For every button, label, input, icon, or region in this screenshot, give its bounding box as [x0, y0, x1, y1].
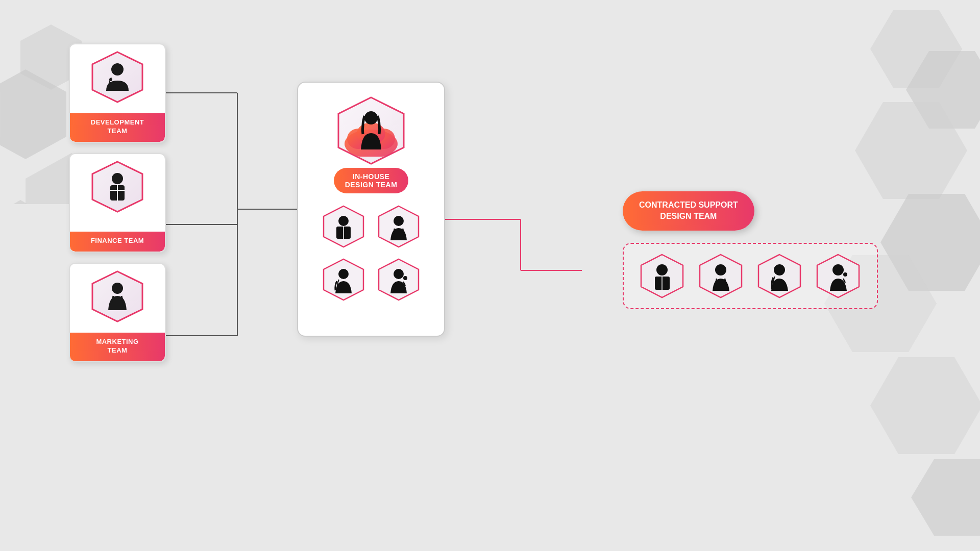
contracted-label-line1: CONTRACTED SUPPORT [639, 201, 738, 209]
inhouse-main-avatar [334, 95, 408, 166]
right-section: CONTRACTED SUPPORT DESIGN TEAM [623, 191, 878, 309]
marketing-label-line1: MARKETING [96, 338, 138, 345]
inhouse-member-4 [376, 258, 422, 302]
marketing-team-label: MARKETING TEAM [70, 333, 165, 361]
svg-point-23 [109, 78, 112, 81]
contracted-label-line2: DESIGN TEAM [660, 212, 717, 220]
center-panel: IN-HOUSE DESIGN TEAM [297, 82, 445, 337]
contracted-members-container [623, 243, 878, 309]
svg-point-50 [394, 269, 404, 279]
development-person-icon [104, 62, 131, 97]
marketing-person-icon [104, 282, 131, 316]
contracted-member-4 [814, 253, 863, 299]
inhouse-sub-members [321, 205, 422, 302]
svg-point-52 [403, 276, 407, 280]
inhouse-label: IN-HOUSE DESIGN TEAM [334, 168, 409, 193]
svg-point-22 [111, 63, 124, 76]
svg-point-58 [715, 264, 726, 276]
development-team-card: DEVELOPMENT TEAM [69, 43, 166, 143]
inhouse-label-line2: DESIGN TEAM [345, 181, 398, 189]
contracted-member-3 [755, 253, 804, 299]
inhouse-member-1 [321, 205, 366, 248]
development-label-line2: TEAM [108, 127, 128, 135]
finance-person-icon [104, 172, 131, 207]
contracted-member-2 [697, 253, 745, 299]
inhouse-member-2 [376, 205, 422, 248]
svg-point-44 [394, 216, 404, 226]
svg-point-40 [338, 216, 349, 226]
svg-point-66 [843, 272, 847, 277]
svg-point-48 [338, 269, 349, 279]
finance-team-label: FINANCE TEAM [70, 232, 165, 252]
left-teams-container: DEVELOPMENT TEAM [69, 43, 166, 362]
main-content: DEVELOPMENT TEAM [0, 0, 980, 551]
marketing-team-card: MARKETING TEAM [69, 263, 166, 362]
development-team-label: DEVELOPMENT TEAM [70, 113, 165, 142]
contracted-label: CONTRACTED SUPPORT DESIGN TEAM [623, 191, 754, 231]
svg-point-30 [112, 283, 123, 294]
finance-label-line1: FINANCE TEAM [91, 237, 144, 244]
inhouse-member-3 [321, 258, 366, 302]
svg-point-64 [832, 264, 844, 276]
finance-team-card: FINANCE TEAM [69, 153, 166, 253]
svg-point-62 [774, 264, 785, 276]
marketing-label-line2: TEAM [108, 346, 128, 354]
development-label-line1: DEVELOPMENT [91, 118, 144, 126]
svg-point-38 [364, 111, 378, 124]
contracted-member-1 [638, 253, 687, 299]
inhouse-label-line1: IN-HOUSE [353, 172, 389, 181]
inhouse-center-person [354, 110, 388, 153]
svg-point-25 [112, 173, 123, 184]
svg-point-54 [656, 264, 668, 276]
